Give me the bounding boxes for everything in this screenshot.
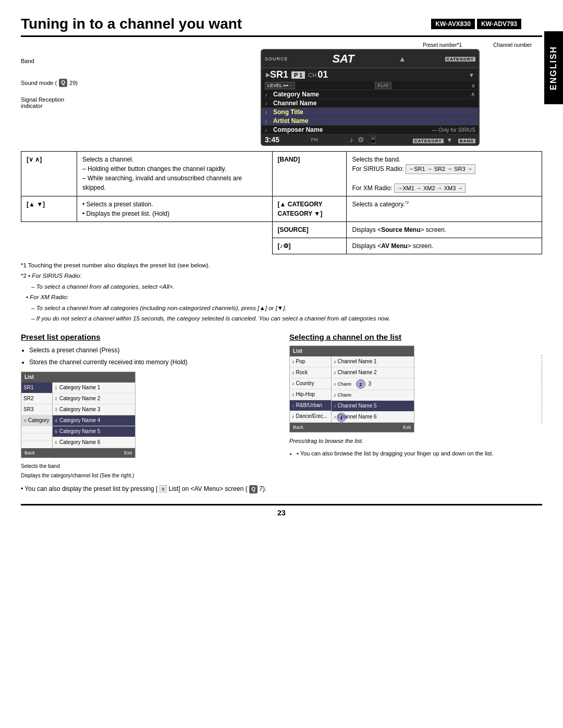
ch-number: 01 xyxy=(317,69,328,80)
level-indicator: LEVEL ▪▪▪▪▪ xyxy=(265,82,295,89)
display-pm: PM xyxy=(311,137,319,142)
preset-list-title: Preset list operations xyxy=(21,332,274,341)
channel-1: 1Category Name 1 xyxy=(53,382,135,393)
sound-mode-label: Sound mode ( Q 29) xyxy=(21,79,115,87)
channel-list-header: List xyxy=(290,346,414,356)
band-empty-1 xyxy=(21,426,52,434)
channel-6: 6Category Name 6 xyxy=(53,437,135,448)
footnote-2-sirius-line: – To select a channel from all categorie… xyxy=(21,282,542,291)
band-bottom-label: BAND xyxy=(458,139,475,143)
display-row-category: ♪ Category Name ∧ xyxy=(262,90,479,99)
channel-4: 4Category Name 4 xyxy=(53,415,135,426)
footnotes: *1 Touching the preset number also displ… xyxy=(21,261,542,323)
sound-mode-icon: Q xyxy=(59,79,67,87)
ch-label: CH xyxy=(308,72,316,78)
settings-icon: ⚙ xyxy=(358,135,364,144)
footnote-2-intro: *2 • For SIRIUS Radio: xyxy=(21,271,542,280)
desc-band: Selects the band. For SIRIUS Radio: →SR1… xyxy=(347,152,542,196)
scroll-indicator xyxy=(542,355,542,423)
cat-hiphop: ♪ Hip-Hop xyxy=(290,389,331,400)
key-band: [BAND] xyxy=(272,152,347,196)
language-tab: ENGLISH xyxy=(544,31,563,104)
displays-label: Displays the category/channel list (See … xyxy=(21,472,274,480)
extra-info: • You can also display the preset list b… xyxy=(21,484,274,493)
ch-name-3: ♪ Chann 2 3 xyxy=(332,378,414,390)
category-row: ○ Category xyxy=(21,415,52,426)
press-drag-label: Press/drag to browse the list. xyxy=(289,437,542,446)
phone-icon: 📱 xyxy=(369,135,377,144)
key-category: [▲ CATEGORYCATEGORY ▼] xyxy=(272,196,347,222)
page-number: 23 xyxy=(21,504,542,517)
category-name: Category Name xyxy=(273,91,319,98)
band-sr1: SR1 xyxy=(21,382,52,393)
artist-name: Artist Name xyxy=(273,117,308,125)
ch-name-2: ♪ Channel Name 2 xyxy=(332,367,414,378)
selecting-channel-section: Selecting a channel on the list List ♪ P… xyxy=(289,332,542,493)
cat-rock: ♪ Rock xyxy=(290,367,331,378)
list-exit-btn[interactable]: Exit xyxy=(124,449,132,456)
display-row-song: ♪ Song Title xyxy=(262,108,479,117)
preset-list-body: Selects a preset channel (Press) Stores … xyxy=(21,346,274,493)
preset-list-diagram-wrapper: List SR1 SR2 SR3 ○ Category xyxy=(21,372,274,458)
display-row-channel: ♪ Channel Name xyxy=(262,99,479,108)
display-time: 3:45 xyxy=(265,135,279,144)
channel-list-diagram: List ♪ Pop ♪ Rock xyxy=(289,346,414,433)
footnote-1: *1 Touching the preset number also displ… xyxy=(21,261,542,270)
channel-name: Channel Name xyxy=(273,100,316,107)
model-badge-1: KW-AVX830 xyxy=(431,19,475,29)
cat-pop: ♪ Pop xyxy=(290,356,331,367)
ch-name-4: ♪ Chann xyxy=(332,390,414,400)
channel-2: 2Category Name 2 xyxy=(53,393,135,404)
selecting-channel-title: Selecting a channel on the list xyxy=(289,332,542,341)
cat-dance: ♪ Dance/Erec... xyxy=(290,411,331,422)
up-chevron: ▼ xyxy=(469,72,474,78)
desc-av: Displays <AV Menu> screen. xyxy=(347,238,542,254)
band-empty-2 xyxy=(21,434,52,441)
list-diagram-header: List xyxy=(21,372,135,382)
band-label: Band xyxy=(21,58,115,64)
footnote-2-xm-line2: – If you do not select a channel within … xyxy=(21,314,542,323)
key-preset: [▲ ▼] xyxy=(21,196,77,222)
preset-list-section: Preset list operations Selects a preset … xyxy=(21,332,274,493)
radio-display: SOURCE SAT ▲ CATEGORY ▶ SR1 P 1 CH 01 ▼ … xyxy=(261,49,480,146)
category-top-label: CATEGORY xyxy=(445,57,475,61)
desc-updown: Selects a channel. – Holding either butt… xyxy=(77,152,273,196)
desc-category: Selects a category.*2 xyxy=(347,196,542,222)
footnote-2-xm: • For XM Radio: xyxy=(21,292,542,302)
desc-source: Displays <Source Menu> screen. xyxy=(347,222,542,238)
channel-3: 3Category Name 3 xyxy=(53,404,135,415)
band-sr2: SR2 xyxy=(21,393,52,404)
model-badge-2: KW-ADV793 xyxy=(477,19,521,29)
channel-exit-btn[interactable]: Exit xyxy=(403,424,411,431)
channel-list-wrapper: List ♪ Pop ♪ Rock xyxy=(289,346,542,433)
also-browse-label: • You can also browse the list by draggi… xyxy=(297,449,542,459)
model-badges: KW-AVX830 KW-ADV793 xyxy=(431,19,521,29)
footnote-2-xm-line1: – To select a channel from all categorie… xyxy=(21,303,542,313)
preset-list-diagram: List SR1 SR2 SR3 ○ Category xyxy=(21,372,136,458)
list-icon: ≡ xyxy=(160,485,167,492)
preset-bullet-2: Stores the channel currently received in… xyxy=(29,357,274,367)
preset-number-label: Preset number*1 xyxy=(423,42,462,48)
selecting-channel-body: List ♪ Pop ♪ Rock xyxy=(289,346,542,458)
flat-indicator: FLAT xyxy=(375,82,391,89)
finger-circle-2: 2 xyxy=(356,379,365,389)
page-title: Tuning in to a channel you want KW-AVX83… xyxy=(21,16,542,37)
source-label: SOURCE xyxy=(265,56,288,61)
band-sr3: SR3 xyxy=(21,404,52,415)
av-menu-icon: Q xyxy=(249,485,258,493)
ch-name-6: ♪ Channel Name 6 1 xyxy=(332,412,414,423)
list-back-btn[interactable]: Back xyxy=(25,449,35,456)
control-table: [∨ ∧] Selects a channel. – Holding eithe… xyxy=(21,151,542,254)
display-row-artist: ♪ Artist Name xyxy=(262,117,479,126)
cat-rnb: ♪ R&B/Urban xyxy=(290,400,331,411)
finger-circle-1: 1 xyxy=(337,413,346,422)
desc-preset: • Selects a preset station. • Displays t… xyxy=(77,196,273,222)
song-title: Song Title xyxy=(273,108,303,116)
key-av: [♪⚙] xyxy=(272,238,347,254)
preset-value: P 1 xyxy=(291,71,305,79)
cat-country: ♪ Country xyxy=(290,378,331,389)
channel-back-btn[interactable]: Back xyxy=(293,424,303,431)
radio-info-rows: LEVEL ▪▪▪▪▪ FLAT ∨ ♪ Category Name ∧ ♪ C… xyxy=(262,81,479,134)
category-bottom-label: CATEGORY xyxy=(413,139,443,143)
channel-number-label: Channel number xyxy=(493,42,532,48)
